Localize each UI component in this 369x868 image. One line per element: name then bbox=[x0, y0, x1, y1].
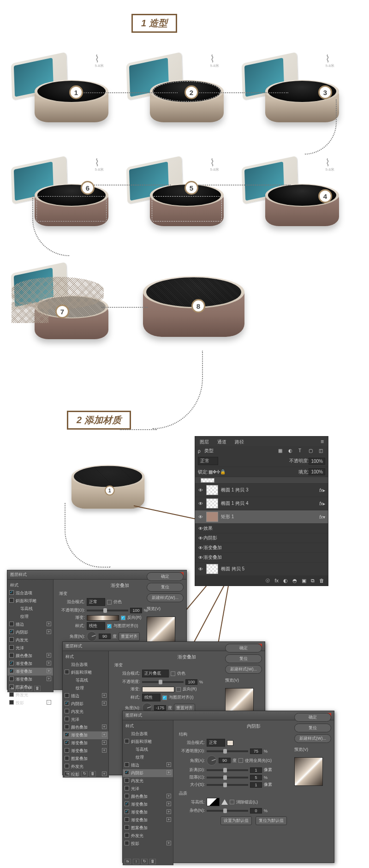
fx-effects-header[interactable]: 👁 效果 bbox=[195, 524, 328, 533]
contour-dropdown-icon[interactable] bbox=[221, 799, 228, 805]
satin-item[interactable]: 光泽 bbox=[123, 785, 173, 793]
fx-gradient-overlay-2[interactable]: 👁 渐变叠加 bbox=[195, 553, 328, 563]
satin-item[interactable]: 光泽 bbox=[63, 716, 108, 724]
layer-row-ellipse-copy-5[interactable]: 👁 椭圆 拷贝 5 bbox=[195, 563, 328, 576]
visibility-icon[interactable]: 👁 bbox=[198, 488, 203, 493]
style-list[interactable]: 样式 混合选项 斜面和浮雕 等高线 纹理 描边+ 内阴影+ 内发光 光泽 颜色叠… bbox=[123, 720, 173, 865]
filter-shape-icon[interactable]: ▢ bbox=[309, 448, 315, 454]
reset-align-button[interactable]: 重置对齐 bbox=[119, 632, 140, 641]
fx-reset-icon[interactable]: ↻ bbox=[26, 686, 32, 691]
new-style-button[interactable]: 新建样式(W)... bbox=[147, 593, 184, 602]
ok-button[interactable]: 确定 bbox=[225, 644, 262, 652]
angle-dial[interactable] bbox=[87, 631, 97, 641]
blend-row[interactable]: 正常 不透明度: 100% bbox=[195, 455, 328, 467]
style-list[interactable]: 样式 混合选项 斜面和浮雕 等高线 纹理 描边+ 内阴影+ 内发光 光泽 颜色叠… bbox=[63, 651, 109, 778]
bevel-contour[interactable]: 等高线 bbox=[63, 676, 108, 684]
layer-mask-icon[interactable]: ◐ bbox=[283, 578, 288, 584]
layer-group-row[interactable] bbox=[195, 477, 328, 484]
distance-slider[interactable] bbox=[207, 769, 248, 771]
pattern-overlay-item[interactable]: 图案叠加 bbox=[123, 824, 173, 832]
layer-name[interactable]: 椭圆 1 拷贝 3 bbox=[221, 487, 248, 493]
angle-input[interactable]: 90 bbox=[99, 634, 111, 639]
angle-input[interactable]: -175 bbox=[154, 705, 166, 711]
fx-badge[interactable]: fx bbox=[319, 515, 323, 520]
blend-select[interactable]: 正常 bbox=[207, 739, 225, 747]
fx-badge[interactable]: fx bbox=[319, 501, 323, 506]
bevel-contour[interactable]: 等高线 bbox=[7, 605, 53, 613]
inner-shadow-item[interactable]: 内阴影+ bbox=[123, 769, 173, 777]
dither-checkbox[interactable] bbox=[171, 671, 175, 676]
ok-button[interactable]: 确定 bbox=[294, 713, 331, 722]
fx-updown-icon[interactable]: ↕ bbox=[73, 771, 79, 777]
stroke-item[interactable]: 描边+ bbox=[123, 761, 173, 769]
antialias-checkbox[interactable] bbox=[230, 800, 234, 804]
link-layers-icon[interactable]: ⦾ bbox=[266, 578, 270, 584]
layer-name[interactable]: 矩形 1 bbox=[221, 514, 234, 520]
angle-input[interactable]: 90 bbox=[219, 758, 231, 763]
tab-paths[interactable]: 路径 bbox=[233, 438, 246, 446]
visibility-icon[interactable]: 👁 bbox=[198, 526, 203, 531]
align-checkbox[interactable] bbox=[162, 695, 167, 700]
style-select[interactable]: 线性 bbox=[142, 694, 161, 701]
opacity-value[interactable]: 100% bbox=[309, 458, 325, 465]
opacity-input[interactable]: 100 bbox=[130, 608, 142, 613]
filter-type-icon[interactable]: T bbox=[298, 448, 305, 454]
gradient-overlay-item-c[interactable]: 渐变叠加+ bbox=[63, 747, 108, 755]
layers-panel[interactable]: 图层 通道 路径 ≡ ρ 类型 ▦ ◐ T ▢ ◫ 正常 不透明度: 100% … bbox=[195, 436, 328, 586]
layer-thumb[interactable] bbox=[206, 512, 218, 522]
drop-shadow-item[interactable]: 投影+ bbox=[7, 699, 53, 707]
blend-select[interactable]: 正片叠底 bbox=[142, 670, 169, 677]
opacity-input[interactable]: 100 bbox=[185, 679, 197, 685]
visibility-icon[interactable]: 👁 bbox=[198, 567, 203, 572]
visibility-icon[interactable]: 👁 bbox=[198, 536, 203, 541]
fx-updown-icon[interactable]: ↕ bbox=[133, 859, 139, 864]
inner-glow-item[interactable]: 内发光 bbox=[123, 777, 173, 785]
layers-footer[interactable]: ⦾ fx ◐ ◓ ▣ ⧉ 🗑 bbox=[195, 576, 328, 586]
layer-row-ellipse-copy-4[interactable]: 👁 椭圆 1 拷贝 4 fx▸ bbox=[195, 497, 328, 510]
gradient-overlay-item-c[interactable]: 渐变叠加+ bbox=[7, 676, 53, 683]
layer-thumb[interactable] bbox=[206, 485, 218, 495]
filter-adjust-icon[interactable]: ◐ bbox=[288, 448, 295, 454]
layer-name[interactable]: 椭圆 拷贝 5 bbox=[221, 566, 244, 572]
outer-glow-item[interactable]: 外发光 bbox=[7, 691, 53, 699]
bevel-texture[interactable]: 纹理 bbox=[7, 613, 53, 621]
inner-shadow-item[interactable]: 内阴影+ bbox=[63, 700, 108, 708]
fill-value[interactable]: 100% bbox=[309, 468, 325, 475]
reverse-checkbox[interactable] bbox=[121, 616, 125, 620]
layer-fx-icon[interactable]: fx bbox=[274, 578, 279, 584]
inner-glow-item[interactable]: 内发光 bbox=[63, 708, 108, 716]
lock-artboard-icon[interactable]: ✢ bbox=[216, 469, 220, 474]
visibility-icon[interactable]: 👁 bbox=[198, 515, 203, 520]
layer-filter-row[interactable]: ρ 类型 ▦ ◐ T ▢ ◫ bbox=[195, 446, 328, 455]
pattern-overlay-item[interactable]: 图案叠加 bbox=[63, 755, 108, 763]
new-style-button[interactable]: 新建样式(W)... bbox=[225, 665, 262, 674]
color-overlay-item[interactable]: 颜色叠加+ bbox=[63, 724, 108, 731]
ok-button[interactable]: 确定 bbox=[147, 572, 184, 581]
layer-row-rect-1[interactable]: 👁 矩形 1 fx▾ bbox=[195, 510, 328, 524]
panel-menu-icon[interactable]: ≡ bbox=[319, 437, 326, 446]
drop-shadow-item[interactable]: 投影+ bbox=[123, 840, 173, 848]
gradient-picker[interactable] bbox=[142, 687, 174, 692]
cancel-button[interactable]: 复位 bbox=[294, 724, 331, 732]
lock-pixels-icon[interactable]: ▦ bbox=[208, 469, 213, 474]
bevel-texture[interactable]: 纹理 bbox=[123, 754, 173, 761]
distance-input[interactable]: 1 bbox=[250, 767, 262, 773]
gradient-overlay-item-c[interactable]: 渐变叠加+ bbox=[123, 816, 173, 824]
bevel-emboss[interactable]: 斜面和浮雕 bbox=[7, 597, 53, 605]
bevel-texture[interactable]: 纹理 bbox=[63, 684, 108, 692]
fx-inner-shadow[interactable]: 👁 内阴影 bbox=[195, 533, 328, 543]
angle-dial[interactable] bbox=[207, 755, 217, 766]
outer-glow-item[interactable]: 外发光 bbox=[123, 832, 173, 840]
cancel-button[interactable]: 复位 bbox=[147, 583, 184, 592]
shadow-color[interactable] bbox=[227, 740, 233, 746]
fx-foot-icon[interactable]: fx bbox=[9, 686, 16, 691]
fx-foot-icon[interactable]: fx bbox=[65, 771, 71, 777]
opacity-slider[interactable] bbox=[207, 750, 248, 752]
blend-select[interactable]: 正常 bbox=[87, 598, 105, 606]
bevel-emboss[interactable]: 斜面和浮雕 bbox=[63, 669, 108, 676]
color-overlay-item[interactable]: 颜色叠加+ bbox=[7, 652, 53, 660]
fx-updown-icon[interactable]: ↕ bbox=[18, 686, 24, 691]
stroke-item[interactable]: 描边+ bbox=[7, 621, 53, 629]
layer-style-dialog-3[interactable]: 图层样式 × 样式 混合选项 斜面和浮雕 等高线 纹理 描边+ 内阴影+ 内发光… bbox=[122, 711, 334, 863]
layer-thumb[interactable] bbox=[206, 564, 218, 574]
